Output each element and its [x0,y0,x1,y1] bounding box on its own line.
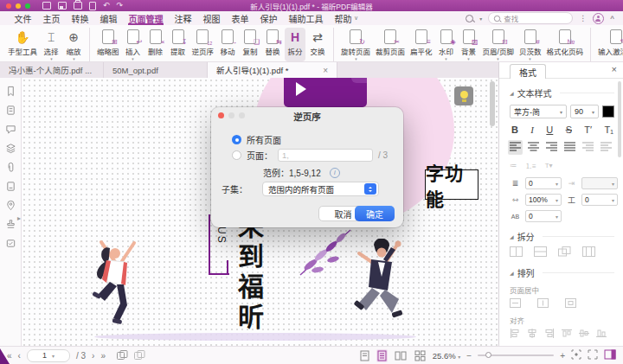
toolbar-item[interactable]: ₁₂ 逆页序 ▾ [190,28,216,61]
maximize-window-button[interactable] [25,3,30,9]
print-icon[interactable] [74,2,82,10]
ok-button[interactable]: 确定 [355,206,395,221]
menu-item[interactable]: 表单 [226,11,254,25]
panel-scrollbar[interactable] [618,81,621,157]
center-vertical-icon[interactable] [510,298,521,310]
next-view-icon[interactable] [134,350,145,361]
last-page-button[interactable]: » [100,351,106,361]
zoom-in-button[interactable]: + [560,351,565,361]
menu-item[interactable]: 转换 [66,11,94,25]
minimize-window-button[interactable] [16,3,21,9]
previous-view-icon[interactable] [117,350,128,361]
chevron-down-icon[interactable]: ▾ [498,57,499,61]
italic-button[interactable]: I [530,125,534,135]
line-spacing-select[interactable]: 0▾ [525,177,562,189]
document-scrollbar[interactable] [490,81,495,126]
align-left-button[interactable] [508,140,523,155]
search-box[interactable]: 查找 [488,12,573,24]
split-cells-icon[interactable] [510,246,523,259]
toolbar-item[interactable]: ⊕ 缩放 ▾ [63,28,84,61]
page-thumbnails-icon[interactable] [5,105,16,116]
bullet-list-button[interactable]: ≔ [510,162,517,169]
chevron-down-icon[interactable]: ▾ [355,57,356,61]
all-pages-radio[interactable] [232,135,241,144]
destinations-icon[interactable] [5,200,16,211]
paragraph-indent-select[interactable]: ▾ [581,177,618,189]
text-color-button[interactable]: T▾ [545,162,553,169]
align-objects-left-icon[interactable] [510,329,520,340]
pages-radio[interactable] [232,150,241,160]
chevron-down-icon[interactable]: ▾ [467,57,469,61]
tab-document-3-active[interactable]: 新人引导(1)(1).pdf * × [208,62,337,78]
toolbar-item[interactable]: → 移动 ▾ [217,28,238,61]
continuous-view-icon[interactable] [376,349,388,362]
redo-icon[interactable]: ↷ [117,2,124,10]
indent-increase-button[interactable] [601,142,612,153]
dialog-close-button[interactable] [218,112,224,118]
prev-page-button[interactable]: ‹ [18,351,21,361]
account-avatar[interactable] [593,13,604,24]
tab-document-2[interactable]: 50M_opt.pdf [104,62,208,78]
open-file-icon[interactable] [42,2,51,10]
toolbar-item[interactable]: ⇆ 替换 ▾ [262,28,283,61]
menu-item[interactable]: 辅助工具 [283,11,329,25]
subset-select[interactable]: 范围内的所有页面 [262,182,379,196]
chevron-down-icon[interactable]: ▾ [530,57,531,61]
menu-item[interactable]: 帮助 [329,11,357,25]
info-icon[interactable]: i [330,168,340,178]
layers-icon[interactable] [5,143,16,154]
zoom-mode-icon[interactable] [466,15,473,22]
superscript-button[interactable]: T′ [584,125,592,135]
comments-icon[interactable] [5,124,16,135]
stamp-icon[interactable] [5,219,16,230]
panel-toggle-icon[interactable] [604,349,616,361]
align-objects-right-icon[interactable] [544,329,555,340]
chevron-down-icon[interactable]: ▾ [50,57,52,61]
search-caret-icon[interactable]: ▾ [479,16,482,22]
grid-view-icon[interactable] [414,349,427,362]
close-panel-icon[interactable]: × [612,64,617,74]
file-panel-icon[interactable] [5,181,16,192]
merge-cells-icon[interactable] [558,246,571,259]
toolbar-item[interactable]: ✋ 手型工具 ▾ [6,28,39,61]
toolbar-item[interactable]: ⊟ 页眉/页脚 ▾ [481,28,516,61]
zoom-out-button[interactable]: − [466,351,472,361]
toolbar-item[interactable]: × 删除 ▾ [145,28,166,61]
align-right-button[interactable] [546,142,557,153]
arrange-section-header[interactable]: ◢ 排列 [510,266,614,279]
toolbar-item[interactable]: № 格式化页码 ▾ [544,28,585,61]
fullscreen-icon[interactable] [588,349,598,361]
toolbar-item[interactable]: ↻ 旋转页面 ▾ [333,28,372,61]
chevron-down-icon[interactable]: ▾ [73,57,74,61]
numbered-list-button[interactable]: ⒈≡ [525,161,536,170]
font-size-select[interactable]: 90▾ [570,105,599,118]
toolbar-item[interactable]: ✎ 输入激活码 ▾ [590,28,623,61]
text-style-section-header[interactable]: ◢ 文本样式 [510,86,614,99]
subscript-button[interactable]: T₁ [605,125,613,135]
chevron-down-icon[interactable]: ▾ [132,57,133,61]
center-both-icon[interactable] [565,298,576,310]
align-objects-hcenter-icon[interactable] [527,329,537,340]
font-color-swatch[interactable] [602,105,614,118]
close-window-button[interactable] [6,3,11,9]
undo-icon[interactable]: ↶ [103,2,110,10]
page-number-box[interactable]: 1 ▾ [27,349,70,362]
bookmarks-icon[interactable] [5,86,16,97]
attachments-icon[interactable] [5,162,16,173]
bold-button[interactable]: B [511,125,518,135]
toolbar-item[interactable]: ✂ 裁剪页面 ▾ [374,28,407,61]
menu-item[interactable]: 注释 [169,11,197,25]
window-controls[interactable] [6,3,30,9]
underline-button[interactable]: U [546,125,553,135]
strikethrough-button[interactable]: S [566,125,572,135]
save-icon[interactable] [58,2,67,10]
align-center-button[interactable] [528,142,539,153]
font-family-select[interactable]: 苹方-简▾ [510,105,567,118]
menu-item[interactable]: 保护 [254,11,283,25]
close-tab-icon[interactable]: × [323,66,328,75]
new-document-icon[interactable] [89,2,96,10]
menu-item[interactable]: 视图 [197,11,226,25]
align-objects-bottom-icon[interactable] [596,329,607,340]
chevron-down-icon[interactable]: ▾ [445,57,446,61]
format-panel-tab[interactable]: 格式 [510,64,546,79]
